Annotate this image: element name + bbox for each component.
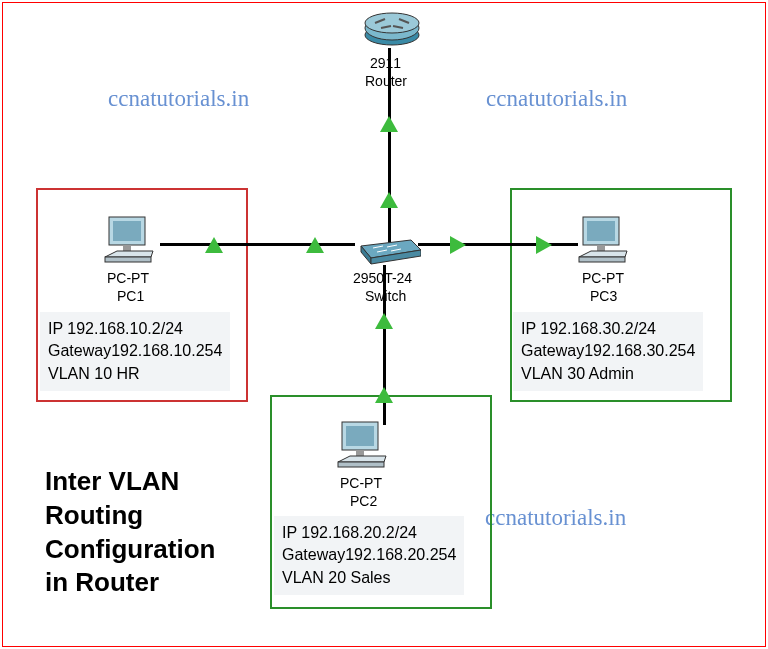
svg-rect-20 — [587, 221, 615, 241]
pc3-gateway: Gateway192.168.30.254 — [521, 340, 695, 362]
svg-rect-21 — [597, 245, 605, 251]
router-icon — [363, 10, 421, 48]
svg-rect-25 — [346, 426, 374, 446]
pc3-icon — [577, 215, 633, 265]
pc1-info-box: IP 192.168.10.2/24 Gateway192.168.10.254… — [40, 312, 230, 391]
router-model-label: 2911 — [370, 55, 401, 71]
link-arrow-1 — [380, 116, 398, 132]
link-arrow-4 — [306, 237, 324, 253]
svg-rect-26 — [356, 450, 364, 456]
pc1-name-label: PC1 — [117, 288, 144, 304]
svg-rect-15 — [113, 221, 141, 241]
watermark-bottom-right: ccnatutorials.in — [485, 505, 626, 531]
pc2-type-label: PC-PT — [340, 475, 382, 491]
svg-marker-22 — [579, 251, 627, 257]
pc3-type-label: PC-PT — [582, 270, 624, 286]
pc1-icon — [103, 215, 159, 265]
pc1-vlan: VLAN 10 HR — [48, 363, 222, 385]
pc3-info-box: IP 192.168.30.2/24 Gateway192.168.30.254… — [513, 312, 703, 391]
svg-rect-28 — [338, 462, 384, 467]
diagram-title: Inter VLANRoutingConfigurationin Router — [45, 465, 215, 600]
switch-icon — [353, 238, 421, 266]
link-arrow-8 — [375, 387, 393, 403]
link-arrow-2 — [380, 192, 398, 208]
link-arrow-6 — [536, 236, 552, 254]
pc3-vlan: VLAN 30 Admin — [521, 363, 695, 385]
watermark-top-right: ccnatutorials.in — [486, 86, 627, 112]
pc2-ip: IP 192.168.20.2/24 — [282, 522, 456, 544]
link-arrow-5 — [450, 236, 466, 254]
pc1-type-label: PC-PT — [107, 270, 149, 286]
pc3-ip: IP 192.168.30.2/24 — [521, 318, 695, 340]
pc2-gateway: Gateway192.168.20.254 — [282, 544, 456, 566]
svg-marker-27 — [338, 456, 386, 462]
svg-rect-18 — [105, 257, 151, 262]
svg-rect-16 — [123, 245, 131, 251]
svg-rect-23 — [579, 257, 625, 262]
link-router-switch — [388, 48, 391, 243]
pc3-name-label: PC3 — [590, 288, 617, 304]
link-arrow-3 — [205, 237, 223, 253]
pc2-icon — [336, 420, 392, 470]
pc2-vlan: VLAN 20 Sales — [282, 567, 456, 589]
pc1-gateway: Gateway192.168.10.254 — [48, 340, 222, 362]
router-label: Router — [365, 73, 407, 89]
svg-point-2 — [365, 13, 419, 33]
link-switch-pc3 — [418, 243, 578, 246]
link-pc1-switch — [160, 243, 355, 246]
pc1-ip: IP 192.168.10.2/24 — [48, 318, 222, 340]
svg-marker-17 — [105, 251, 153, 257]
watermark-top-left: ccnatutorials.in — [108, 86, 249, 112]
link-arrow-7 — [375, 313, 393, 329]
pc2-name-label: PC2 — [350, 493, 377, 509]
pc2-info-box: IP 192.168.20.2/24 Gateway192.168.20.254… — [274, 516, 464, 595]
